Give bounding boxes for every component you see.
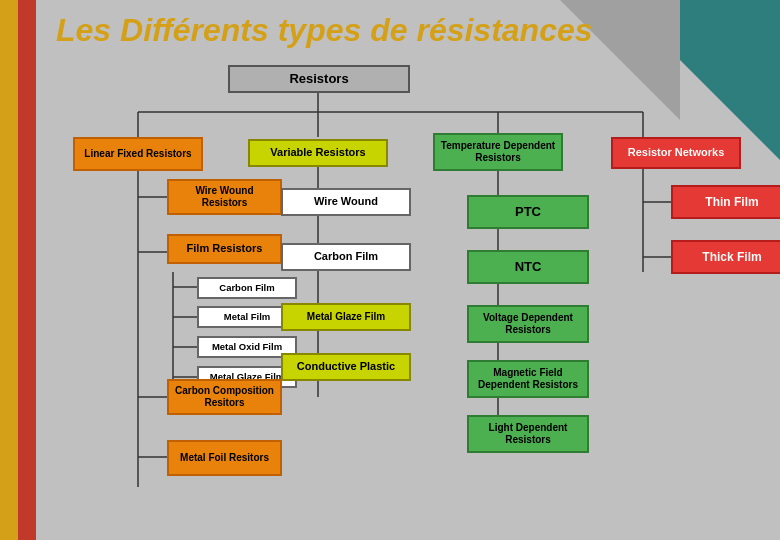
- box-thick-film: Thick Film: [671, 240, 780, 274]
- box-ntc: NTC: [467, 250, 589, 284]
- box-variable: Variable Resistors: [248, 139, 388, 167]
- box-metal-foil: Metal Foil Resitors: [167, 440, 282, 476]
- box-film-resistors: Film Resistors: [167, 234, 282, 264]
- box-resistors: Resistors: [228, 65, 410, 93]
- box-ptc: PTC: [467, 195, 589, 229]
- box-light-dependent: Light Dependent Resistors: [467, 415, 589, 453]
- box-wire-wound-resistors: Wire Wound Resistors: [167, 179, 282, 215]
- side-bar-red: [18, 0, 36, 540]
- page-title: Les Différents types de résistances: [36, 0, 780, 57]
- content: Les Différents types de résistances: [36, 0, 780, 540]
- box-carbon-composition: Carbon Composition Resitors: [167, 379, 282, 415]
- box-resistor-networks: Resistor Networks: [611, 137, 741, 169]
- box-conductive-plastic: Conductive Plastic: [281, 353, 411, 381]
- box-carbon-film-sub: Carbon Film: [197, 277, 297, 299]
- box-metal-glaze-film-var: Metal Glaze Film: [281, 303, 411, 331]
- box-thin-film: Thin Film: [671, 185, 780, 219]
- box-temp-dependent: Temperature Dependent Resistors: [433, 133, 563, 171]
- diagram: Resistors Linear Fixed Resistors Variabl…: [53, 57, 780, 497]
- connector-lines: [53, 57, 780, 497]
- box-carbon-film-var: Carbon Film: [281, 243, 411, 271]
- box-linear-fixed: Linear Fixed Resistors: [73, 137, 203, 171]
- box-magnetic-field: Magnetic Field Dependent Resistors: [467, 360, 589, 398]
- side-bar-yellow: [0, 0, 18, 540]
- box-wire-wound-var: Wire Wound: [281, 188, 411, 216]
- box-voltage-dependent: Voltage Dependent Resistors: [467, 305, 589, 343]
